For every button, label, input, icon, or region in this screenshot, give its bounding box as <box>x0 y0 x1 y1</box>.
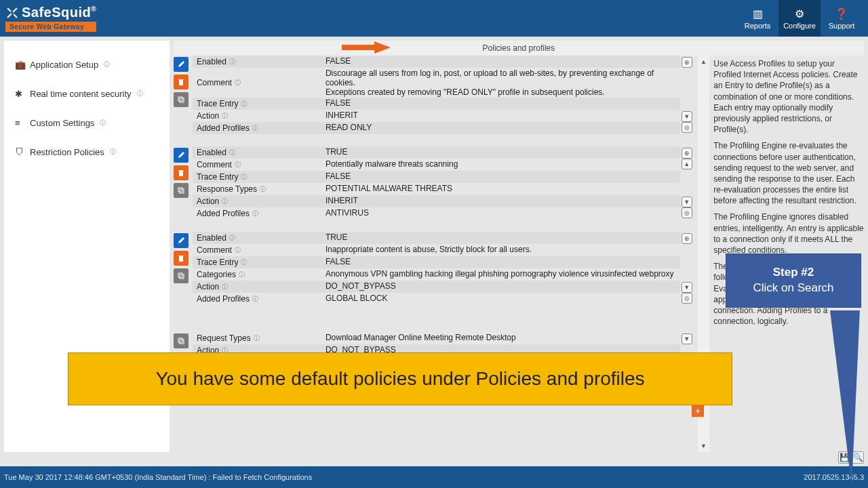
status-bar: Tue May 30 2017 12:48:46 GMT+0530 (India… <box>0 466 868 488</box>
copy-icon <box>177 186 185 195</box>
svg-marker-1 <box>374 41 391 54</box>
edit-button[interactable] <box>174 57 189 72</box>
sidebar-item-custom-settings[interactable]: ≡ Custom Settings ⓘ <box>14 108 160 138</box>
sidebar-item-realtime-security[interactable]: ✱ Real time content security ⓘ <box>14 79 160 108</box>
annotation-banner: You have some default policies under Pol… <box>68 352 732 405</box>
nav-configure[interactable]: ⚙ Configure <box>778 0 821 37</box>
value-action: INHERIT <box>321 195 680 207</box>
delete-button[interactable] <box>174 251 189 266</box>
info-icon[interactable]: ⓘ <box>252 295 258 304</box>
info-icon[interactable]: ⓘ <box>241 173 247 182</box>
top-nav: ▥ Reports ⚙ Configure ❓ Support <box>736 0 863 37</box>
value-response-types: POTENTIAL MALWARE THREATS <box>321 183 680 195</box>
expand-button[interactable]: ▼ <box>682 333 692 344</box>
value-trace: FALSE <box>321 98 680 110</box>
target-button[interactable]: ◎ <box>682 293 692 304</box>
pencil-icon <box>177 237 185 245</box>
value-enabled: TRUE <box>321 232 680 244</box>
svg-rect-2 <box>178 97 182 101</box>
info-icon[interactable]: ⓘ <box>235 246 241 255</box>
value-added-profiles: GLOBAL BLOCK <box>321 293 680 305</box>
svg-rect-0 <box>342 45 374 50</box>
clone-button[interactable] <box>174 92 189 107</box>
svg-rect-3 <box>180 98 184 102</box>
value-added-profiles: ANTIVIRUS <box>321 207 680 220</box>
info-icon[interactable]: ⓘ <box>235 79 241 87</box>
value-enabled: TRUE <box>321 146 680 159</box>
scroll-down-icon[interactable]: ▼ <box>698 440 710 452</box>
body-area: 💼 Application Setup ⓘ ✱ Real time conten… <box>0 37 868 452</box>
svg-rect-4 <box>178 188 182 192</box>
label-action: Action <box>197 111 219 121</box>
label-request-types: Request Types <box>197 333 251 343</box>
pencil-icon <box>177 60 185 68</box>
policy-entry: EnabledⓘFALSE CommentⓘDiscourage all use… <box>174 56 695 134</box>
arrow-annotation <box>342 41 391 54</box>
label-comment: Comment <box>197 160 232 169</box>
delete-button[interactable] <box>174 165 189 180</box>
expand-button[interactable]: ▼ <box>682 111 692 122</box>
info-icon[interactable]: ⓘ <box>222 112 228 121</box>
info-icon[interactable]: ⓘ <box>252 124 258 133</box>
target-button[interactable]: ◎ <box>682 122 692 133</box>
collapse-button[interactable]: ▲ <box>682 159 692 169</box>
briefcase-icon: 💼 <box>15 60 24 70</box>
nav-support[interactable]: ❓ Support <box>821 0 863 37</box>
sidebar-item-restriction-policies[interactable]: ⛉ Restriction Policies ⓘ <box>14 138 160 167</box>
tools-icon <box>5 6 19 20</box>
label-action: Action <box>197 282 219 291</box>
value-request-types: Download Manager Online Meeting Remote D… <box>321 332 680 344</box>
edit-button[interactable] <box>174 233 189 248</box>
annotation-banner-text: You have some default policies under Pol… <box>155 368 644 390</box>
label-response-types: Response Types <box>197 184 257 194</box>
info-icon[interactable]: ⓘ <box>222 197 228 206</box>
copy-icon <box>177 337 185 345</box>
value-categories: Anonymous VPN gambling hacking illegal p… <box>321 268 680 281</box>
info-icon[interactable]: ⓘ <box>239 270 245 279</box>
move-up-button[interactable]: ⊕ <box>682 233 692 244</box>
value-comment: Inappropriate content is abuse, Strictly… <box>321 244 680 256</box>
trash-icon <box>177 254 185 262</box>
svg-rect-6 <box>178 273 182 277</box>
sidebar-item-application-setup[interactable]: 💼 Application Setup ⓘ <box>14 50 160 79</box>
label-enabled: Enabled <box>197 233 226 243</box>
info-icon[interactable]: ⓘ <box>222 283 228 291</box>
sidebar-item-label: Application Setup <box>30 60 98 70</box>
help-paragraph: The Profiling Engine ignores disabled en… <box>713 211 864 256</box>
clone-button[interactable] <box>174 268 189 283</box>
expand-button[interactable]: ▼ <box>682 197 692 207</box>
add-policy-button[interactable]: + <box>692 405 704 417</box>
info-icon[interactable]: ⓘ <box>235 161 241 169</box>
info-icon: ⓘ <box>137 89 143 98</box>
copy-icon <box>177 272 185 280</box>
move-up-button[interactable]: ⊕ <box>682 57 692 68</box>
info-icon[interactable]: ⓘ <box>229 148 235 157</box>
expand-button[interactable]: ▼ <box>682 282 692 293</box>
scroll-up-icon[interactable]: ▲ <box>698 56 710 68</box>
value-action: DO_NOT_BYPASS <box>321 281 680 293</box>
info-icon[interactable]: ⓘ <box>254 334 260 343</box>
info-icon[interactable]: ⓘ <box>241 258 247 267</box>
brand-name: SafeSquid <box>22 5 91 20</box>
info-icon[interactable]: ⓘ <box>260 185 266 194</box>
label-added-profiles: Added Profiles <box>197 294 250 304</box>
value-comment: Discourage all users from log in, post, … <box>321 68 680 98</box>
value-action: INHERIT <box>321 110 680 122</box>
brand-tagline: Secure Web Gateway <box>5 22 96 32</box>
clone-button[interactable] <box>174 333 189 348</box>
cogs-icon: ⚙ <box>795 7 804 20</box>
delete-button[interactable] <box>174 75 189 89</box>
info-icon[interactable]: ⓘ <box>229 58 235 66</box>
info-icon[interactable]: ⓘ <box>229 234 235 243</box>
target-button[interactable]: ◎ <box>682 207 692 218</box>
tab-title[interactable]: Policies and profiles <box>483 43 555 53</box>
move-up-button[interactable]: ⊕ <box>682 148 692 159</box>
label-action: Action <box>197 197 219 206</box>
value-trace: FALSE <box>321 256 680 268</box>
info-icon[interactable]: ⓘ <box>252 209 258 218</box>
clone-button[interactable] <box>174 183 189 198</box>
edit-button[interactable] <box>174 148 189 163</box>
annotation-pointer <box>830 310 860 487</box>
info-icon[interactable]: ⓘ <box>241 100 247 108</box>
nav-reports[interactable]: ▥ Reports <box>736 0 778 37</box>
